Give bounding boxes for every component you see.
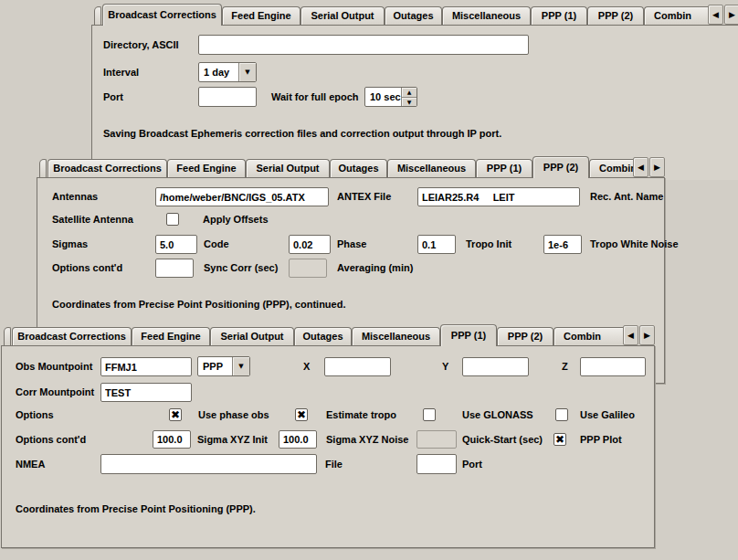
use-glonass-checkbox[interactable] — [423, 408, 436, 421]
file-label: File — [325, 454, 343, 474]
scroll-right-icon: ▶ — [729, 10, 735, 19]
tab-combination[interactable]: Combin — [644, 6, 708, 25]
tab-ppp-1[interactable]: PPP (1) — [531, 6, 587, 25]
tab-broadcast-corrections[interactable]: Broadcast Corrections — [12, 327, 132, 345]
tab-sliver — [39, 159, 47, 177]
sigma-xyz-init-label: Sigma XYZ Init — [197, 430, 268, 449]
sigma-xyz-noise-input[interactable] — [279, 430, 317, 449]
sigmas-label: Sigmas — [52, 235, 88, 254]
tab-feed-engine[interactable]: Feed Engine — [222, 6, 300, 25]
wait-epoch-value: 10 sec — [365, 88, 401, 106]
panel-description: Saving Broadcast Ephemeris correction fi… — [103, 128, 501, 139]
tab-serial-output[interactable]: Serial Output — [246, 159, 330, 177]
tab-ppp-2[interactable]: PPP (2) — [587, 6, 644, 25]
tab-scroll-left-button[interactable]: ◀ — [623, 325, 638, 345]
tab-outages[interactable]: Outages — [330, 159, 387, 177]
tab-outages[interactable]: Outages — [385, 6, 442, 25]
ppp1-page: Obs Mountpoint PPP ▼ X Y Z Corr Mountpoi… — [1, 345, 655, 548]
scroll-left-icon: ◀ — [638, 163, 644, 172]
tab-scroll-buttons: ◀ ▶ — [708, 5, 738, 25]
antex-file-input[interactable] — [417, 187, 580, 206]
x-label: X — [303, 357, 310, 376]
x-input[interactable] — [324, 357, 391, 376]
tab-scroll-buttons: ◀ ▶ — [633, 157, 665, 177]
tab-broadcast-corrections[interactable]: Broadcast Corrections — [47, 159, 167, 177]
satellite-antenna-checkbox[interactable] — [166, 213, 179, 226]
scroll-left-icon: ◀ — [627, 331, 634, 340]
use-galileo-checkbox[interactable] — [555, 408, 568, 421]
tab-scroll-left-button[interactable]: ◀ — [708, 5, 723, 25]
tab-ppp-1[interactable]: PPP (1) — [476, 159, 532, 177]
y-input[interactable] — [462, 357, 529, 376]
sigma-phase-input[interactable] — [289, 235, 331, 254]
tab-scroll-left-button[interactable]: ◀ — [633, 157, 648, 177]
sigma-xyz-init-input[interactable] — [153, 430, 191, 449]
spin-up-icon[interactable]: ▲ — [402, 88, 416, 97]
sync-corr-label: Sync Corr (sec) — [204, 259, 278, 278]
wait-epoch-label: Wait for full epoch — [271, 87, 359, 107]
dropdown-arrow-icon[interactable]: ▼ — [238, 63, 256, 81]
tab-feed-engine[interactable]: Feed Engine — [167, 159, 246, 177]
antex-file-label: ANTEX File — [337, 187, 391, 206]
scroll-left-icon: ◀ — [712, 10, 719, 19]
tab-feed-engine[interactable]: Feed Engine — [132, 327, 210, 345]
tab-ppp-2[interactable]: PPP (2) — [532, 156, 589, 178]
page-background: Broadcast Corrections Feed Engine Serial… — [0, 0, 738, 560]
sigma-code-input[interactable] — [155, 235, 197, 254]
antennas-input[interactable] — [155, 187, 329, 206]
tab-ppp-1[interactable]: PPP (1) — [440, 324, 497, 346]
panel-description: Coordinates from Precise Point Positioni… — [16, 503, 256, 514]
tab-bar: Broadcast Corrections Feed Engine Serial… — [37, 155, 665, 177]
use-glonass-label: Use GLONASS — [462, 407, 533, 423]
estimate-tropo-checkbox[interactable]: ✖ — [295, 408, 308, 421]
options-contd-label: Options cont'd — [16, 430, 86, 449]
tab-ppp-2[interactable]: PPP (2) — [497, 327, 554, 345]
corr-mountpoint-label: Corr Mountpoint — [16, 383, 94, 402]
directory-ascii-label: Directory, ASCII — [103, 35, 179, 55]
ppp-plot-checkbox[interactable]: ✖ — [554, 433, 566, 446]
port-input[interactable] — [198, 87, 257, 107]
interval-select[interactable]: 1 day ▼ — [198, 62, 257, 82]
wait-epoch-spinner[interactable]: 10 sec ▲ ▼ — [364, 87, 417, 107]
nmea-label: NMEA — [16, 454, 45, 474]
phase-label: Phase — [337, 235, 366, 254]
tab-scroll-right-button[interactable]: ▶ — [649, 157, 665, 177]
tab-combination[interactable]: Combin — [554, 327, 623, 345]
tab-outages[interactable]: Outages — [294, 327, 352, 345]
interval-label: Interval — [103, 62, 139, 82]
corr-mountpoint-input[interactable] — [100, 383, 192, 402]
ppp-mode-select[interactable]: PPP ▼ — [197, 356, 250, 376]
tab-miscellaneous[interactable]: Miscellaneous — [387, 159, 476, 177]
tab-combination[interactable]: Combin — [589, 159, 633, 177]
spin-down-icon[interactable]: ▼ — [402, 97, 416, 107]
tab-scroll-right-button[interactable]: ▶ — [639, 325, 655, 345]
broadcast-corrections-panel: Broadcast Corrections Feed Engine Serial… — [91, 3, 738, 180]
averaging-input — [289, 259, 327, 278]
nmea-port-input[interactable] — [416, 454, 457, 474]
sync-corr-input[interactable] — [155, 259, 194, 278]
scroll-right-icon: ▶ — [654, 163, 660, 172]
directory-ascii-input[interactable] — [198, 35, 529, 55]
obs-mountpoint-label: Obs Mountpoint — [16, 357, 92, 376]
tropo-white-noise-label: Tropo White Noise — [590, 235, 679, 254]
spinner-buttons: ▲ ▼ — [401, 88, 416, 106]
tab-miscellaneous[interactable]: Miscellaneous — [352, 327, 440, 345]
tab-broadcast-corrections[interactable]: Broadcast Corrections — [102, 4, 222, 26]
port-label: Port — [462, 454, 482, 474]
tab-bar: Broadcast Corrections Feed Engine Serial… — [91, 3, 738, 25]
tropo-white-noise-input[interactable] — [543, 235, 582, 254]
tab-scroll-buttons: ◀ ▶ — [623, 325, 655, 345]
z-input[interactable] — [580, 357, 646, 376]
tab-serial-output[interactable]: Serial Output — [300, 6, 385, 25]
ppp-plot-label: PPP Plot — [580, 430, 622, 449]
tab-serial-output[interactable]: Serial Output — [210, 327, 294, 345]
tab-miscellaneous[interactable]: Miscellaneous — [442, 6, 531, 25]
tab-scroll-right-button[interactable]: ▶ — [724, 5, 738, 25]
dropdown-arrow-icon[interactable]: ▼ — [232, 357, 249, 375]
obs-mountpoint-input[interactable] — [100, 357, 192, 376]
tropo-init-input[interactable] — [417, 235, 456, 254]
use-phase-obs-label: Use phase obs — [198, 407, 269, 423]
nmea-file-input[interactable] — [100, 454, 317, 474]
scroll-right-icon: ▶ — [644, 331, 650, 340]
use-phase-obs-checkbox[interactable]: ✖ — [169, 408, 182, 421]
